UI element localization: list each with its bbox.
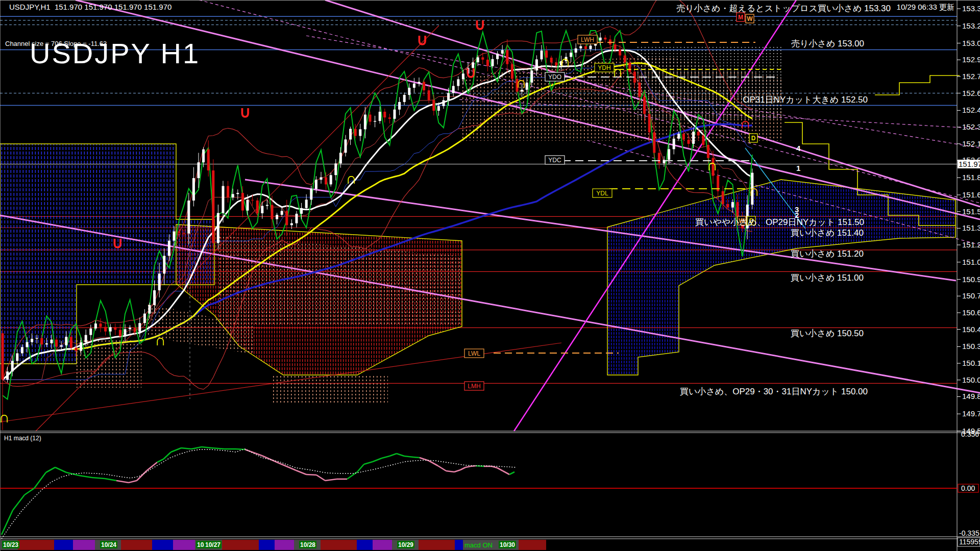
session-segment [173,540,195,550]
order-annotation: 買い小さめ 151.20 [791,249,864,259]
macd-line [404,456,413,457]
macd-tick-top: 0.356 [961,430,979,438]
top-signal-icon: ∩ [0,409,10,425]
ichimoku-cloud [635,46,782,118]
update-timestamp: 10/29 06:33 更新 [897,3,954,12]
price-tick-label: 150.030 [962,375,980,384]
macd-line [163,452,171,459]
macd-line [212,448,225,449]
price-tick-label: 153.215 [962,21,980,30]
macd-line [306,474,316,475]
macd-line [55,467,66,472]
top-signal-icon: ∩ [748,182,760,199]
price-tick-label: 151.545 [962,207,980,216]
level-label-lwl: LWL [468,350,480,357]
level-label-ydc: YDC [548,157,561,164]
order-annotation: 買い小さめ 151.00 [791,273,864,283]
top-signal-icon: ∩ [559,53,571,69]
macd-line [503,471,509,474]
date-chip: 10/23 [3,541,18,548]
macd-line [137,470,147,481]
macd-line [364,462,373,464]
price-tick-label: 151.395 [962,223,980,232]
session-segment [455,540,463,550]
date-chip: 10/28 [300,541,315,548]
date-chip: 10/29 [398,541,413,548]
bottom-signal-icon: ∪ [112,234,123,251]
macd-tick-zero: 0.00 [961,484,975,492]
macd-line [438,466,446,471]
macd-line [66,472,79,475]
session-segment [73,540,95,550]
order-annotation: 買い小さめ、OP29・30・31日NYカット 150.00 [680,387,868,396]
price-tick-label: 150.485 [962,325,980,334]
macd-line [325,479,337,481]
price-tick-label: 152.610 [962,89,980,97]
price-tick-label: 150.785 [962,291,980,300]
top-signal-icon: ∩ [706,157,718,173]
date-chip: 10/27 [205,541,220,548]
date-chip: 10/24 [101,541,116,548]
macd-line [389,454,397,456]
macd-line [129,481,137,483]
macd-line [46,467,55,472]
macd-line [13,495,24,510]
pattern-letter: M [738,14,743,21]
session-segment [357,540,373,550]
macd-line [454,470,460,472]
ichimoku-cloud [75,338,141,388]
level-label-lwh: LWH [581,36,594,43]
mt4-chart-window: LWHYDHYDOYDCYDLLWLLMHMWDWD4132∩∪∩∪∩∪∪∪∩∩… [0,0,980,551]
top-signal-icon: ∩ [346,170,357,187]
price-tick-label: 152.910 [962,55,980,64]
macd-line [34,472,46,488]
level-label-ydl: YDL [596,190,608,197]
bottom-signal-icon: ∪ [474,16,485,33]
level-label-lmh: LMH [468,383,480,390]
order-annotation: 買いやや小さめ、OP29日NYカット 151.50 [695,217,864,227]
session-segment [275,540,294,550]
macd-line [147,462,157,470]
macd-signal-line [2,449,516,539]
macd-line [279,463,296,470]
top-signal-icon: ∩ [740,115,751,132]
price-chart-canvas[interactable]: LWHYDHYDOYDCYDLLWLLMHMWDWD4132∩∪∩∪∩∪∪∪∩∩… [0,0,980,551]
date-chip: 10/30 [500,541,515,548]
macd-line [157,459,163,462]
price-tick-label: 149.725 [962,409,980,418]
kumo-step-border [875,76,960,95]
macd-line [79,475,92,478]
macd-line [357,464,364,472]
session-segment [519,540,546,550]
macd-line [105,479,116,481]
level-label-ydh: YDH [598,64,610,71]
macd-line [373,458,382,462]
macd-tick-bottom: -0.335 [959,529,979,537]
order-annotation: OP31日NYカット大きめ 152.50 [743,95,868,105]
macd-on-label[interactable]: macd ON [464,541,493,549]
bottom-signal-icon: ∪ [465,64,476,81]
macd-line [382,456,389,458]
symbol-ohlc-header: USDJPY,H1 151.970 151.970 151.970 151.97… [9,3,172,11]
count-number: 1 [796,164,800,172]
bottom-signal-icon: ∪ [416,31,428,48]
top-signal-icon: ∩ [516,74,527,91]
macd-indicator-label: H1 macd (12) [4,435,41,442]
top-signal-icon: ∩ [612,63,623,80]
price-tick-label: 151.090 [962,258,980,266]
macd-line [465,466,471,467]
order-annotation: 売り小さめ 153.00 [791,39,864,48]
current-price-label: 151.970 [959,160,980,168]
session-segment [419,540,455,550]
macd-line [509,472,514,474]
bottom-signal-icon: ∪ [239,104,251,120]
top-signal-icon: ∩ [155,332,166,348]
macd-line [202,447,212,448]
price-tick-label: 151.695 [962,190,980,199]
price-tick-label: 153.060 [962,39,980,47]
price-tick-label: 152.760 [962,72,980,81]
price-tick-label: 151.850 [962,173,980,182]
macd-line [316,475,325,481]
price-tick-label: 150.935 [962,275,980,284]
price-tick-label: 152.455 [962,106,980,114]
